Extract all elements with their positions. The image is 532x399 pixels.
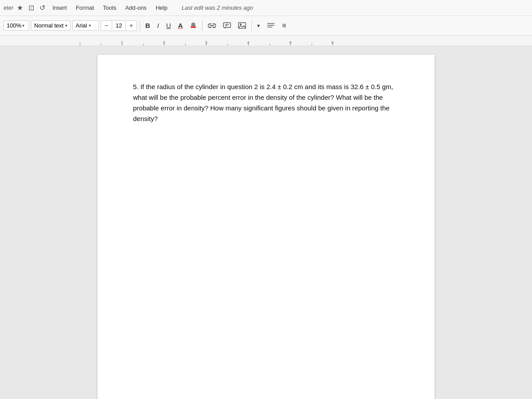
menu-addons[interactable]: Add-ons <box>121 3 150 13</box>
image-button[interactable] <box>235 20 249 31</box>
ruler-tick-minor <box>227 43 228 46</box>
svg-rect-6 <box>239 23 246 28</box>
folder-icon[interactable]: ⊡ <box>27 3 36 13</box>
ruler-tick-minor <box>101 43 101 46</box>
ruler-tick-minor <box>312 43 312 46</box>
toolbar-separator-1 <box>140 20 140 31</box>
comment-icon <box>223 22 231 29</box>
chevron-down-icon: ▾ <box>257 23 260 29</box>
ruler-tick-minor <box>143 43 144 46</box>
font-dropdown[interactable]: Arial ▾ <box>72 20 99 31</box>
font-size-decrease-button[interactable]: − <box>101 21 111 31</box>
menu-bar: eter ★ ⊡ ↺ Insert Format Tools Add-ons H… <box>0 0 532 16</box>
menu-help[interactable]: Help <box>152 3 171 13</box>
content-area: 5. If the radius of the cylinder in ques… <box>0 46 532 399</box>
link-button[interactable] <box>205 21 219 31</box>
ruler: 1 2 3 4 5 6 <box>0 35 532 46</box>
drive-icon[interactable]: ↺ <box>38 3 47 13</box>
more-options-button[interactable]: ▾ <box>254 21 262 31</box>
italic-button[interactable]: I <box>154 20 161 31</box>
more-menu-button[interactable]: ≡ <box>279 20 289 31</box>
svg-rect-0 <box>191 27 196 28</box>
pencil-icon <box>190 22 197 29</box>
font-size-control: − 12 + <box>101 20 137 31</box>
svg-rect-3 <box>223 23 231 27</box>
toolbar-separator-2 <box>202 20 203 31</box>
align-icon <box>267 23 275 29</box>
font-chevron-icon: ▾ <box>89 23 91 28</box>
svg-marker-2 <box>192 22 194 23</box>
paragraph-align-button[interactable] <box>264 21 278 31</box>
ruler-tick <box>248 42 249 46</box>
ruler-tick <box>290 42 291 46</box>
toolbar: 100% ▾ Normal text ▾ Arial ▾ − 12 + B I … <box>0 16 532 35</box>
ruler-tick <box>122 42 122 46</box>
menu-format[interactable]: Format <box>72 3 98 13</box>
font-label: Arial <box>75 22 87 29</box>
font-size-increase-button[interactable]: + <box>126 21 136 31</box>
image-icon <box>238 22 246 29</box>
title-partial: eter <box>4 4 13 11</box>
ruler-tick <box>206 42 207 46</box>
font-size-value: 12 <box>112 21 126 30</box>
star-icon[interactable]: ★ <box>15 3 25 13</box>
svg-marker-1 <box>191 23 196 27</box>
zoom-dropdown[interactable]: 100% ▾ <box>4 20 29 31</box>
toolbar-separator-3 <box>251 20 252 31</box>
style-dropdown[interactable]: Normal text ▾ <box>31 20 70 31</box>
zoom-chevron-icon: ▾ <box>22 23 24 28</box>
style-chevron-icon: ▾ <box>65 23 67 28</box>
ruler-tick-minor <box>185 43 186 46</box>
ruler-tick-minor <box>270 43 270 46</box>
ruler-inner: 1 2 3 4 5 6 <box>80 35 417 46</box>
question-5-text[interactable]: 5. If the radius of the cylinder in ques… <box>133 82 399 124</box>
svg-point-7 <box>240 23 242 25</box>
highlight-color-button[interactable] <box>187 20 200 31</box>
bold-button[interactable]: B <box>143 20 153 31</box>
ruler-tick <box>80 42 80 46</box>
zoom-value: 100% <box>7 22 21 29</box>
ruler-tick <box>332 42 333 46</box>
last-edit-label: Last edit was 2 minutes ago <box>182 4 253 11</box>
link-icon <box>208 23 216 29</box>
comment-button[interactable] <box>220 20 234 31</box>
ruler-tick <box>164 42 164 46</box>
more-icon: ≡ <box>282 22 286 30</box>
document-page: 5. If the radius of the cylinder in ques… <box>98 55 434 399</box>
menu-insert[interactable]: Insert <box>49 3 70 13</box>
menu-tools[interactable]: Tools <box>99 3 120 13</box>
style-label: Normal text <box>34 22 63 29</box>
text-color-button[interactable]: A <box>175 20 185 31</box>
underline-button[interactable]: U <box>164 20 174 31</box>
